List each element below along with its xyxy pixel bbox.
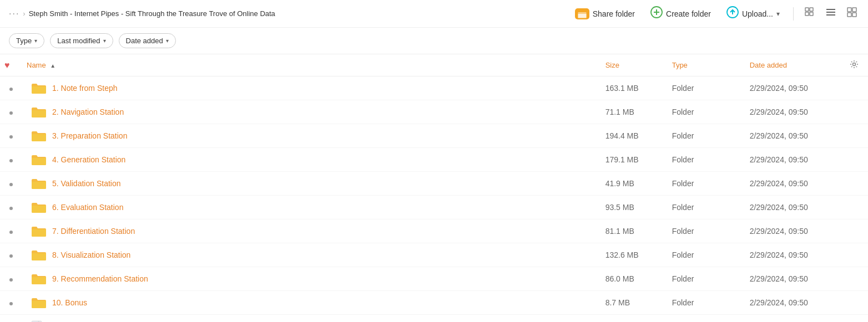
filter-type-label: Type [16,37,32,45]
grid-small-view-button[interactable] [803,5,817,22]
row-more-cell [845,243,868,267]
folder-icon [31,177,47,190]
row-name-cell: 10. Bonus [22,291,601,315]
upload-button[interactable]: Upload... ▾ [722,4,784,23]
share-folder-button[interactable]: Share folder [571,6,639,22]
table-row: 7. Differentiation Station81.1 MBFolder2… [0,219,868,243]
row-filename-link[interactable]: 8. Visualization Station [52,251,130,259]
row-date: 2/29/2024, 09:50 [745,219,845,243]
row-date: 2/29/2024, 09:50 [745,291,845,315]
table-header-row: ♥ Name ▲ Size Type Date added [0,54,868,76]
svg-rect-15 [852,8,856,12]
upload-label: Upload... [742,9,773,18]
row-more-cell [845,172,868,196]
upload-dropdown-arrow[interactable]: ▾ [776,10,780,18]
row-size: 71.1 MB [601,100,668,124]
row-dot [0,100,22,124]
th-heart: ♥ [0,54,22,76]
row-type: Folder [668,267,745,291]
row-size: 8.7 MB [601,291,668,315]
svg-point-18 [852,63,855,66]
share-folder-label: Share folder [593,9,635,18]
create-folder-icon [650,6,663,21]
th-settings[interactable] [845,54,868,76]
row-date: 2/29/2024, 09:50 [745,172,845,196]
folder-icon [31,154,47,166]
folder-icon [31,201,47,213]
row-filename-link[interactable]: 3. Preparation Station [52,131,127,140]
top-actions: Share folder Create folder Upload... [571,4,859,23]
row-filename-link[interactable]: 5. Validation Station [52,179,121,188]
row-name-cell: 1. Note from Steph [22,76,601,100]
row-dot [0,291,22,315]
row-more-cell [845,196,868,219]
row-type: PDF document [668,315,745,323]
row-filename-link[interactable]: 6. Evaluation Station [52,203,123,212]
table-row: 2. Navigation Station71.1 MBFolder2/29/2… [0,100,868,124]
folder-icon [31,130,47,142]
row-filename-link[interactable]: 1. Note from Steph [52,84,118,93]
filter-lastmodified-button[interactable]: Last modified ▾ [50,33,113,48]
row-dot [0,315,22,323]
dots-menu[interactable]: ··· [9,9,19,19]
row-type: Folder [668,291,745,315]
filter-bar: Type ▾ Last modified ▾ Date added ▾ [0,28,868,54]
breadcrumb-title: Steph Smith - Internet Pipes - Sift Thro… [29,9,275,18]
row-date: 2/29/2024, 09:50 [745,100,845,124]
row-more-cell: ··· [845,315,868,323]
row-filename-link[interactable]: 10. Bonus [52,298,87,307]
folder-icon [31,225,47,237]
create-folder-button[interactable]: Create folder [646,4,715,23]
th-size[interactable]: Size [601,54,668,76]
th-name[interactable]: Name ▲ [22,54,601,76]
row-type: Folder [668,148,745,172]
row-dot [0,219,22,243]
folder-icon [31,273,47,285]
th-date-added[interactable]: Date added [745,54,845,76]
row-filename-link[interactable]: 4. Generation Station [52,155,125,164]
row-type: Folder [668,100,745,124]
folder-icon [31,82,47,94]
row-filename-link[interactable]: 7. Differentiation Station [52,227,135,236]
row-dot [0,196,22,219]
row-dot [0,76,22,100]
row-filename-link[interactable]: 2. Navigation Station [52,108,124,116]
folder-icon [31,106,47,118]
svg-rect-17 [852,13,856,17]
row-date: 2/29/2024, 09:50 [745,315,845,323]
row-date: 2/29/2024, 09:50 [745,124,845,148]
svg-rect-8 [810,8,813,11]
grid-view-button[interactable] [845,5,859,22]
row-size: 163.1 MB [601,76,668,100]
row-dot [0,243,22,267]
row-size: 86.0 MB [601,267,668,291]
share-folder-icon [575,8,589,19]
row-date: 2/29/2024, 09:50 [745,76,845,100]
row-more-cell [845,219,868,243]
row-name-cell: 4. Generation Station [22,148,601,172]
filter-lastmodified-arrow: ▾ [103,38,106,44]
filter-dateadded-button[interactable]: Date added ▾ [119,33,176,48]
row-type: Folder [668,219,745,243]
breadcrumb-chevron: › [23,9,25,18]
row-dot [0,148,22,172]
toolbar-divider [793,7,794,21]
row-dot [0,172,22,196]
table-row: 3. Preparation Station194.4 MBFolder2/29… [0,124,868,148]
row-filename-link[interactable]: 9. Recommendation Station [52,274,148,283]
row-name-cell: 7. Differentiation Station [22,219,601,243]
breadcrumb: ··· › Steph Smith - Internet Pipes - Sif… [9,9,275,19]
file-table: ♥ Name ▲ Size Type Date added [0,54,868,322]
table-row: 10. Bonus8.7 MBFolder2/29/2024, 09:50 [0,291,868,315]
svg-rect-14 [847,8,851,12]
filter-type-button[interactable]: Type ▾ [9,33,44,48]
th-type[interactable]: Type [668,54,745,76]
list-view-button[interactable] [824,5,838,22]
filter-type-arrow: ▾ [34,38,37,44]
svg-rect-16 [847,13,851,17]
row-more-cell [845,267,868,291]
row-date: 2/29/2024, 09:50 [745,243,845,267]
row-name-cell: 8. Visualization Station [22,243,601,267]
row-more-cell [845,148,868,172]
row-date: 2/29/2024, 09:50 [745,196,845,219]
